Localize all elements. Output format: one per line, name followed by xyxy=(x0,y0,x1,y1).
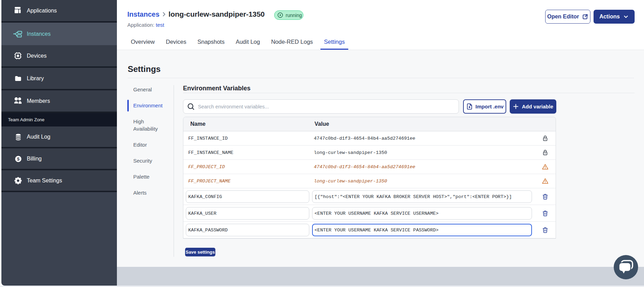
svg-text:$: $ xyxy=(17,156,20,162)
